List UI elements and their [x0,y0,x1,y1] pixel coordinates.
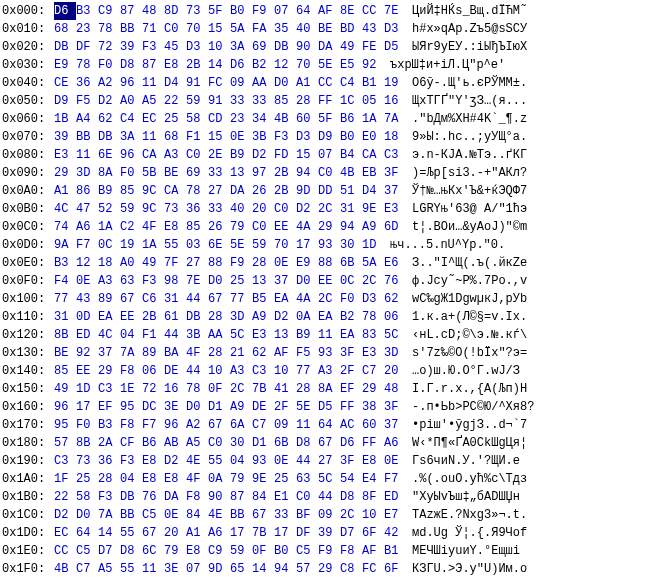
hex-byte[interactable]: AF [318,2,340,20]
hex-byte[interactable]: 49 [54,380,76,398]
hex-byte[interactable]: EF [98,398,120,416]
hex-byte[interactable]: AF [274,344,296,362]
hex-byte[interactable]: DD [318,182,340,200]
hex-byte[interactable]: EE [120,308,142,326]
hex-byte[interactable]: 90 [296,38,318,56]
hex-byte[interactable]: 11 [296,416,318,434]
hex-byte[interactable]: 07 [186,560,208,578]
hex-byte[interactable]: 8D [164,2,186,20]
hex-byte[interactable]: C5 [76,542,98,560]
hex-byte[interactable]: 09 [230,74,252,92]
hex-byte[interactable]: 95 [120,398,142,416]
hex-byte[interactable]: 18 [98,254,120,272]
hex-byte[interactable]: E8 [164,56,186,74]
hex-byte[interactable]: EA [98,308,120,326]
hex-byte[interactable]: DE [252,398,274,416]
hex-byte[interactable]: 62 [98,110,120,128]
hex-byte[interactable]: B6 [142,434,164,452]
hex-byte[interactable]: 85 [186,218,208,236]
hex-byte[interactable]: DF [296,524,318,542]
hex-byte[interactable]: 2A [98,434,120,452]
hex-byte[interactable]: AC [340,416,362,434]
hex-byte[interactable]: 09 [318,506,340,524]
hex-byte[interactable]: 70 [296,56,318,74]
hex-byte[interactable]: 4B [54,560,76,578]
hex-byte[interactable]: D3 [362,290,384,308]
hex-byte[interactable]: E8 [362,452,384,470]
hex-byte[interactable]: CD [208,110,230,128]
hex-byte[interactable]: C0 [208,434,230,452]
hex-byte[interactable]: FF [318,92,340,110]
hex-byte[interactable]: FA [252,20,274,38]
hex-byte[interactable]: 43 [76,290,98,308]
hex-byte[interactable]: 1D [362,236,384,254]
hex-byte[interactable]: E8 [142,470,164,488]
hex-byte[interactable]: 0E [230,128,252,146]
hex-byte[interactable]: 3D [384,344,406,362]
hex-byte[interactable]: 41 [274,380,296,398]
hex-byte[interactable]: 0E [274,254,296,272]
hex-byte[interactable]: D2 [164,452,186,470]
hex-byte[interactable]: E9 [296,254,318,272]
hex-byte[interactable]: 3F [384,164,406,182]
hex-byte[interactable]: 28 [296,92,318,110]
hex-byte[interactable]: E9 [54,56,76,74]
hex-byte[interactable]: C4 [340,74,362,92]
hex-byte[interactable]: E0 [362,128,384,146]
hex-byte[interactable]: 09 [274,416,296,434]
hex-byte[interactable]: FC [208,74,230,92]
hex-byte[interactable]: 1E [120,380,142,398]
hex-byte[interactable]: 7A [384,110,406,128]
hex-byte[interactable]: 10 [208,38,230,56]
hex-byte[interactable]: 39 [120,38,142,56]
hex-byte[interactable]: 8B [76,434,98,452]
hex-bytes[interactable]: E978F0D887E82B14D6B212705EE592 [54,56,384,74]
hex-byte[interactable]: 11 [142,74,164,92]
hex-byte[interactable]: 6C [142,542,164,560]
hex-byte[interactable]: 61 [164,308,186,326]
hex-byte[interactable]: 03 [186,236,208,254]
hex-byte[interactable]: BB [120,20,142,38]
hex-byte[interactable]: 6F [384,560,406,578]
hex-byte[interactable]: 5C [318,470,340,488]
hex-byte[interactable]: 4C [54,200,76,218]
hex-byte[interactable]: DB [120,488,142,506]
hex-byte[interactable]: 85 [274,92,296,110]
hex-byte[interactable]: 79 [230,218,252,236]
hex-byte[interactable]: B9 [296,326,318,344]
hex-byte[interactable]: E3 [252,326,274,344]
hex-byte[interactable]: A3 [98,272,120,290]
hex-byte[interactable]: 36 [186,200,208,218]
hex-byte[interactable]: 44 [164,326,186,344]
hex-byte[interactable]: 90 [208,488,230,506]
hex-byte[interactable]: 1A [142,236,164,254]
hex-byte[interactable]: F8 [120,416,142,434]
hex-bytes[interactable]: 39BBDB3A1168F1150E3BF3D3D9B0E018 [54,128,406,146]
hex-byte[interactable]: E7 [384,506,406,524]
hex-byte[interactable]: DC [142,398,164,416]
hex-byte[interactable]: 17 [274,524,296,542]
hex-byte[interactable]: CE [54,74,76,92]
hex-byte[interactable]: 15 [296,146,318,164]
hex-byte[interactable]: 19 [120,236,142,254]
hex-byte[interactable]: 89 [98,290,120,308]
hex-byte[interactable]: 25 [76,470,98,488]
hex-byte[interactable]: 77 [54,290,76,308]
hex-byte[interactable]: D2 [98,92,120,110]
hex-byte[interactable]: 13 [252,272,274,290]
hex-byte[interactable]: E3 [54,146,76,164]
hex-byte[interactable]: 77 [296,362,318,380]
hex-byte[interactable]: EA [274,290,296,308]
hex-byte[interactable]: 5F [318,110,340,128]
hex-byte[interactable]: 88 [318,254,340,272]
hex-byte[interactable]: 33 [274,506,296,524]
hex-byte[interactable]: 0E [76,272,98,290]
hex-byte[interactable]: EC [142,110,164,128]
hex-byte[interactable]: 20 [164,524,186,542]
hex-byte[interactable]: D8 [296,434,318,452]
hex-byte[interactable]: 12 [76,254,98,272]
hex-byte[interactable]: 2F [340,362,362,380]
hex-byte[interactable]: 07 [274,2,296,20]
hex-bytes[interactable]: C37336F3E8D24E5504930E44273FE80E [54,452,406,470]
hex-byte[interactable]: 2B [142,308,164,326]
